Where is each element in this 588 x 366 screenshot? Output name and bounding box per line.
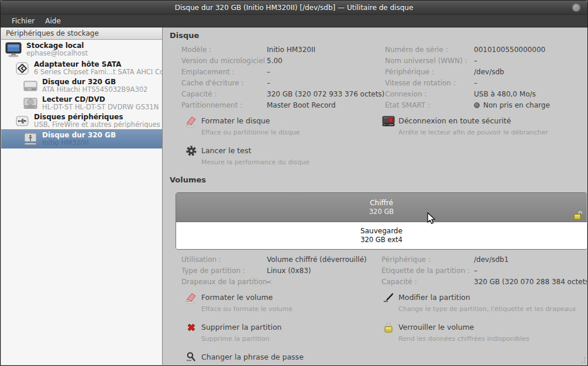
field-value-partition-label: – [474,265,587,277]
usb-drive-icon [23,133,37,146]
field-value-firmware: 5.00 [267,56,385,67]
field-label: Utilisation : [181,254,267,265]
button-title: Lancer le test [201,146,251,155]
sidebar-storage-devices: Périphériques de stockage Stockage local… [1,27,163,365]
delete-x-icon [185,321,198,334]
benchmark-button[interactable]: Lancer le test Mesure la performance du … [185,144,382,167]
sata-adapter-icon [15,61,29,75]
device-title: Lecteur CD/DVD [42,96,159,103]
computer-icon [5,42,22,57]
volume-fields: Utilisation : Volume chiffré (déverrouil… [181,254,581,288]
field-label: Partitionnement : [181,100,267,111]
button-subtitle: Change le type de partition, l'étiquette… [398,305,576,313]
eraser-icon [185,291,198,304]
field-label: Étiquette de la partition : [381,265,474,277]
window-title: Disque dur 320 GB (Initio HM320II) [/dev… [175,4,414,12]
sidebar-item-internal-hard-disk[interactable]: Disque dur 320 GB ATA Hitachi HTS545032B… [1,77,162,94]
encrypted-volume-size: 320 GB [369,208,394,216]
hard-disk-icon [23,80,37,92]
encrypted-volume-label: Chiffré [370,199,393,208]
device-title: Adaptateur hôte SATA [34,61,162,68]
button-title: Formater le volume [201,293,273,302]
field-label: Version du micrologiciel : [181,56,267,67]
button-title: Déconnexion en toute sécurité [398,116,511,125]
delete-partition-button[interactable]: Supprimer la partition Supprime la parti… [185,321,382,343]
field-label: Périphérique : [385,67,474,78]
field-value-serial: 0010100550000000 [474,44,581,56]
lock-volume-button[interactable]: Verrouiller le volume Rend les données c… [382,321,581,343]
disk-fields: Modèle : Initio HM320II Numéro de série … [181,44,581,111]
field-label: État SMART : [385,100,474,111]
device-subtitle: USB, FireWire et autres périphériques [34,121,160,129]
volume-actions: Formater le volume Efface ou formate le … [185,291,581,365]
button-title: Changer la phrase de passe [201,353,304,361]
sidebar-item-sata-host-adapter[interactable]: Adaptateur hôte SATA 6 Series Chipset Fa… [1,59,162,77]
field-label: Type de partition : [181,265,267,277]
lock-open-icon [573,210,583,220]
menu-file[interactable]: Fichier [6,16,40,26]
field-value-wwn: – [474,56,581,67]
main-panel: Disque Modèle : Initio HM320II Numéro de… [163,27,587,365]
sidebar-item-usb-hard-disk-selected[interactable]: Disque dur 320 GB Initio HM320II [1,129,162,149]
edit-partition-button[interactable]: Modifier la partition Change le type de … [382,291,581,313]
field-label: Cache d'écriture : [181,78,267,89]
change-passphrase-button[interactable]: Changer la phrase de passe Changer la ph… [185,351,382,365]
device-subtitle: ATA Hitachi HTS545032B9A302 [42,86,147,94]
volume-map: Chiffré 320 GB Sauvegarde 320 GB ext4 [176,192,587,250]
titlebar[interactable]: Disque dur 320 GB (Initio HM320II) [/dev… [1,1,587,15]
menubar: Fichier Aide [1,15,587,27]
device-subtitle: Initio HM320II [42,139,116,147]
device-title: Disque dur 320 GB [42,78,147,86]
field-label: Drapeaux de la partition : [181,277,267,288]
format-volume-button[interactable]: Formater le volume Efface ou formate le … [185,291,382,313]
safe-remove-drive-icon [382,115,395,127]
sidebar-item-cd-dvd-drive[interactable]: Lecteur CD/DVD HL-DT-ST HL-DT-ST DVDRW G… [1,94,162,112]
field-value-partition-type: Linux (0x83) [267,265,381,277]
resize-grip[interactable] [579,357,586,364]
field-label: Nom universel (WWN) : [385,56,474,67]
button-subtitle: Efface ou partitionne le disque [201,129,300,136]
button-subtitle: Mesure la performance du disque [201,158,310,166]
filesystem-label: Sauvegarde [360,227,403,236]
window-control-button[interactable] [572,4,580,12]
gear-icon [185,144,198,157]
disk-utility-window: Disque dur 320 GB (Initio HM320II) [/dev… [0,0,588,366]
format-disk-button[interactable]: Formater le disque Efface ou partitionne… [185,115,382,137]
field-label: Connexion : [385,89,474,100]
field-label: Modèle : [181,44,267,56]
encrypted-volume-segment[interactable]: Chiffré 320 GB [176,193,587,222]
device-subtitle: 6 Series Chipset Fami...t SATA AHCI Cont… [34,68,162,76]
device-subtitle: ephase@localhost [26,50,88,57]
field-label: Vitesse de rotation : [385,78,474,89]
sidebar-item-local-storage[interactable]: Stockage local ephase@localhost [1,40,162,59]
disk-actions: Formater le disque Efface ou partitionne… [185,115,581,174]
eraser-icon [185,115,198,127]
field-value-rotation: – [474,78,581,89]
smart-status-text: Non pris en charge [483,101,550,109]
field-value-location: – [267,67,385,78]
field-value-partition-device: /dev/sdb1 [474,254,587,265]
menu-help[interactable]: Aide [40,16,66,26]
device-subtitle: HL-DT-ST HL-DT-ST DVDRW GS31N [42,103,159,111]
field-value-model: Initio HM320II [267,44,385,56]
button-title: Formater le disque [201,116,270,125]
button-subtitle: Supprime la partition [201,335,269,343]
button-subtitle: Arrête le lecteur afin de pouvoir le déb… [398,129,548,136]
button-title: Verrouiller le volume [398,323,474,332]
field-label: Périphérique : [381,254,474,265]
field-label: Emplacement : [181,67,267,78]
field-value-usage: Volume chiffré (déverrouillé) [267,254,381,265]
device-title: Disques périphériques [34,113,160,121]
field-value-connection: USB à 480,0 Mo/s [474,89,581,100]
disk-section-title: Disque [170,31,581,40]
volumes-section-title: Volumes [170,175,581,184]
sidebar-item-peripheral-devices[interactable]: Disques périphériques USB, FireWire et a… [1,112,162,129]
field-label: Numéro de série : [385,44,474,56]
mouse-cursor [427,212,436,225]
field-value-partition-capacity: 320 GB (320 070 288 384 octets) [474,277,587,288]
field-value-device: /dev/sdb [474,67,581,78]
smart-status-dot-icon [474,102,480,108]
safe-removal-button[interactable]: Déconnexion en toute sécurité Arrête le … [382,115,581,137]
button-title: Supprimer la partition [201,323,281,332]
filesystem-volume-segment[interactable]: Sauvegarde 320 GB ext4 [176,222,587,249]
